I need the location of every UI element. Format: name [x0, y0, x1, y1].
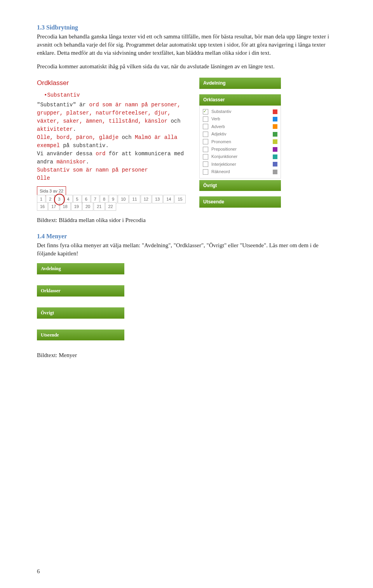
figure-1-caption: Bildtext: Bläddra mellan olika sidor i P… — [37, 216, 338, 224]
accordion-orklasser[interactable]: Orklasser — [199, 94, 281, 106]
accordion-avdelning[interactable]: Avdelning — [199, 78, 281, 89]
pager-page-3[interactable]: 3 — [55, 195, 63, 203]
orklasser-label: Verb — [211, 116, 273, 122]
checkbox-icon[interactable] — [203, 147, 208, 152]
section-1-3-paragraph-1: Precodia kan behandla ganska långa texte… — [37, 33, 338, 57]
checkbox-icon[interactable] — [203, 109, 208, 114]
color-swatch-icon — [273, 139, 277, 144]
orklasser-item-substantiv[interactable]: Substantiv — [203, 108, 277, 115]
color-swatch-icon — [273, 170, 277, 174]
color-swatch-icon — [273, 162, 277, 167]
color-swatch-icon — [273, 132, 277, 137]
pager-page-21[interactable]: 21 — [94, 202, 105, 211]
orklasser-item-adverb[interactable]: Adverb — [203, 123, 277, 130]
section-1-3-title: 1.3 Sidbrytning — [37, 23, 338, 32]
orklasser-item-räkneord[interactable]: Räkneord — [203, 168, 277, 175]
accordion-utseende[interactable]: Utseende — [199, 196, 281, 208]
color-swatch-icon — [273, 147, 277, 152]
orklasser-item-pronomen[interactable]: Pronomen — [203, 138, 277, 146]
color-swatch-icon — [273, 109, 277, 114]
menu-ovrigt[interactable]: Övrigt — [37, 307, 124, 319]
reader-panel: Ordklasser •Substantiv "Substantiv" är o… — [37, 76, 188, 210]
menu-utseende[interactable]: Utseende — [37, 330, 124, 341]
orklasser-label: Konjunktioner — [211, 154, 273, 160]
pager-page-22[interactable]: 22 — [105, 202, 116, 211]
pager-page-12[interactable]: 12 — [141, 195, 152, 203]
color-swatch-icon — [273, 124, 277, 129]
menu-orklasser[interactable]: Orklasser — [37, 285, 124, 297]
reader-body: "Substantiv" är ord som är namn på perso… — [37, 101, 188, 182]
pager-page-10[interactable]: 10 — [118, 195, 129, 203]
orklasser-list: SubstantivVerbAdverbAdjektivPronomenPrep… — [199, 106, 281, 179]
figure-2-menus: Avdelning Orklasser Övrigt Utseende — [37, 263, 338, 340]
checkbox-icon[interactable] — [203, 139, 208, 144]
orklasser-label: Adverb — [211, 124, 273, 130]
pager-page-19[interactable]: 19 — [71, 202, 82, 211]
menu-avdelning[interactable]: Avdelning — [37, 263, 124, 274]
checkbox-icon[interactable] — [203, 132, 208, 137]
pager-page-11[interactable]: 11 — [129, 195, 140, 203]
sidebar-panel: Avdelning Orklasser SubstantivVerbAdverb… — [199, 76, 281, 210]
orklasser-label: Räkneord — [211, 169, 273, 175]
orklasser-item-adjektiv[interactable]: Adjektiv — [203, 130, 277, 138]
pager-page-13[interactable]: 13 — [152, 195, 163, 203]
figure-1-precodia-ui: Ordklasser •Substantiv "Substantiv" är o… — [37, 76, 338, 210]
reader-bullet: •Substantiv — [44, 92, 188, 99]
pager-page-16[interactable]: 16 — [37, 202, 48, 211]
color-swatch-icon — [273, 117, 277, 121]
orklasser-label: Interjektioner — [211, 161, 273, 167]
color-swatch-icon — [273, 154, 277, 159]
pager-page-20[interactable]: 20 — [82, 202, 93, 211]
pager-page-15[interactable]: 15 — [174, 195, 185, 203]
pager-page-14[interactable]: 14 — [163, 195, 174, 203]
orklasser-item-verb[interactable]: Verb — [203, 115, 277, 123]
accordion-ovrigt[interactable]: Övrigt — [199, 180, 281, 191]
orklasser-label: Prepositioner — [211, 146, 273, 152]
orklasser-item-interjektioner[interactable]: Interjektioner — [203, 161, 277, 168]
orklasser-label: Adjektiv — [211, 131, 273, 137]
orklasser-item-prepositioner[interactable]: Prepositioner — [203, 146, 277, 153]
section-1-4-paragraph-1: Det finns fyra olika menyer att välja me… — [37, 241, 338, 258]
checkbox-icon[interactable] — [203, 161, 208, 167]
pager: Sida 3 av 22 123456789101112131415 — [37, 186, 188, 203]
figure-2-caption: Bildtext: Menyer — [37, 351, 338, 359]
orklasser-label: Pronomen — [211, 139, 273, 145]
reader-heading: Ordklasser — [37, 78, 188, 88]
section-1-4-title: 1.4 Menyer — [37, 232, 338, 241]
checkbox-icon[interactable] — [203, 169, 208, 175]
orklasser-label: Substantiv — [211, 109, 273, 114]
checkbox-icon[interactable] — [203, 124, 208, 129]
checkbox-icon[interactable] — [203, 154, 208, 160]
section-1-3-paragraph-2: Precodia kommer automatiskt ihåg på vilk… — [37, 62, 338, 71]
checkbox-icon[interactable] — [203, 116, 208, 122]
orklasser-item-konjunktioner[interactable]: Konjunktioner — [203, 153, 277, 160]
